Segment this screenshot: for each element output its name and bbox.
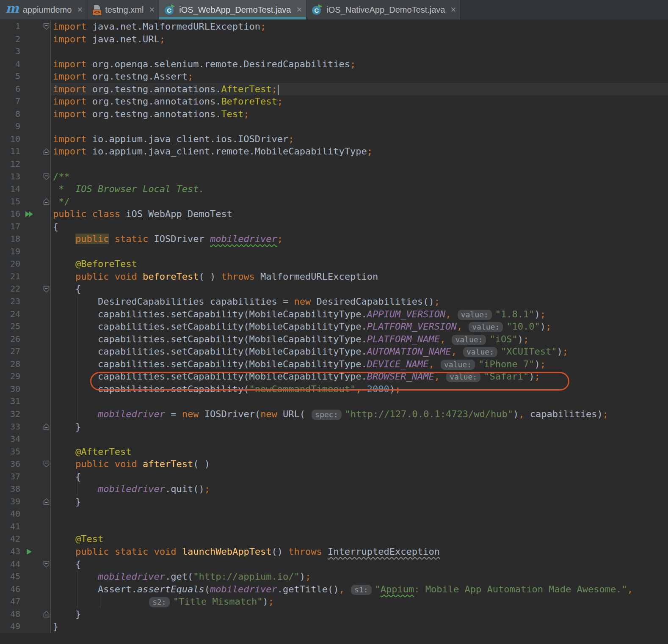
code-text[interactable]: public class iOS_WebApp_DemoTest (51, 208, 668, 220)
code-text[interactable]: { (51, 220, 668, 233)
code-text[interactable]: } (51, 495, 668, 508)
code-text[interactable]: capabilities.setCapability(MobileCapabil… (51, 308, 668, 321)
code-text[interactable]: import org.testng.Assert; (51, 70, 668, 83)
code-text[interactable] (51, 158, 668, 171)
code-text[interactable] (51, 395, 668, 408)
code-text[interactable] (51, 245, 668, 258)
fold-marker[interactable] (38, 558, 50, 571)
code-text[interactable]: import org.testng.annotations.AfterTest; (51, 83, 668, 96)
token (53, 484, 98, 494)
code-text[interactable] (51, 120, 668, 133)
code-text[interactable]: import org.testng.annotations.Test; (51, 108, 668, 121)
tab-close-icon[interactable]: × (149, 5, 155, 14)
tab-testng-xml[interactable]: <>testng.xml× (87, 0, 159, 19)
code-text[interactable]: capabilities.setCapability(MobileCapabil… (51, 358, 668, 371)
code-text[interactable]: import io.appium.java_client.remote.Mobi… (51, 145, 668, 158)
run-class-button[interactable] (20, 208, 38, 220)
code-text[interactable]: s2:"Title Mismatch"); (51, 595, 668, 608)
token (137, 459, 143, 469)
tab-ios-webapp-demotest-java[interactable]: CiOS_WebApp_DemoTest.java× (159, 0, 306, 19)
token: IOSDriver (148, 234, 210, 244)
token: URL( (277, 409, 311, 419)
token: "http://appium.io/" (193, 571, 300, 582)
code-text[interactable]: * IOS Browser Local Test. (51, 183, 668, 195)
gutter: 10 (0, 133, 51, 146)
token: , (445, 309, 451, 319)
tab-appiumdemo[interactable]: mappiumdemo× (0, 0, 87, 19)
token: "iPhone 7" (478, 359, 534, 369)
code-text[interactable]: public static void launchWebAppTest() th… (51, 545, 668, 558)
run-gutter-cell (20, 533, 38, 545)
code-text[interactable]: } (51, 608, 668, 621)
code-text[interactable]: mobiledriver.get("http://appium.io/"); (51, 570, 668, 583)
fold-marker[interactable] (38, 145, 50, 158)
token: , (434, 371, 440, 382)
code-text[interactable]: import io.appium.java_client.ios.IOSDriv… (51, 133, 668, 146)
code-text[interactable]: public void beforeTest( ) throws Malform… (51, 270, 668, 283)
code-text[interactable]: import java.net.URL; (51, 33, 668, 46)
fold-marker[interactable] (38, 171, 50, 183)
code-text[interactable]: Assert.assertEquals(mobiledriver.getTitl… (51, 583, 668, 596)
code-line-6: 6import org.testng.annotations.AfterTest… (0, 83, 668, 96)
token: " (375, 584, 381, 594)
token: import (53, 59, 86, 69)
code-text[interactable]: capabilities.setCapability(MobileCapabil… (51, 320, 668, 333)
code-editor[interactable]: 1import java.net.MalformedURLException;2… (0, 19, 668, 644)
code-text[interactable]: import java.net.MalformedURLException; (51, 20, 668, 33)
code-text[interactable]: mobiledriver.quit(); (51, 483, 668, 495)
code-text[interactable]: capabilities.setCapability(MobileCapabil… (51, 370, 668, 383)
token (445, 334, 451, 344)
tab-close-icon[interactable]: × (450, 5, 456, 14)
line-number: 19 (0, 245, 20, 258)
code-text[interactable]: capabilities.setCapability(MobileCapabil… (51, 345, 668, 358)
run-test-button[interactable] (20, 545, 38, 558)
line-number: 37 (0, 471, 20, 483)
code-text[interactable]: public void afterTest( ) (51, 458, 668, 471)
code-line-18: 18 public static IOSDriver mobiledriver; (0, 233, 668, 245)
fold-gutter-cell (38, 370, 50, 383)
fold-marker[interactable] (38, 283, 50, 295)
code-text[interactable]: capabilities.setCapability(MobileCapabil… (51, 333, 668, 346)
code-text[interactable]: { (51, 558, 668, 571)
code-text[interactable]: public static IOSDriver mobiledriver; (51, 233, 668, 245)
token: @BeforeTest (75, 259, 137, 269)
code-text[interactable]: { (51, 471, 668, 483)
code-text[interactable]: mobiledriver = new IOSDriver(new URL( sp… (51, 408, 668, 421)
tab-close-icon[interactable]: × (296, 5, 302, 14)
fold-marker[interactable] (38, 458, 50, 471)
fold-marker[interactable] (38, 421, 50, 433)
code-text[interactable]: { (51, 283, 668, 295)
fold-marker[interactable] (38, 608, 50, 621)
code-text[interactable]: /** (51, 171, 668, 183)
code-text[interactable] (51, 45, 668, 58)
token: import (53, 96, 86, 107)
token (53, 596, 148, 607)
code-text[interactable] (51, 433, 668, 446)
fold-marker[interactable] (38, 495, 50, 508)
code-text[interactable]: import org.openqa.selenium.remote.Desire… (51, 58, 668, 71)
token: ; (268, 596, 274, 607)
gutter: 37 (0, 471, 51, 483)
line-number: 29 (0, 370, 20, 383)
tab-ios-nativeapp-demotest-java[interactable]: CiOS_NativeApp_DemoTest.java× (306, 0, 461, 19)
line-number: 22 (0, 283, 20, 295)
code-text[interactable]: */ (51, 195, 668, 208)
token: import (53, 34, 86, 44)
fold-marker[interactable] (38, 195, 50, 208)
code-text[interactable] (51, 508, 668, 520)
tab-close-icon[interactable]: × (77, 5, 83, 14)
code-line-25: 25 capabilities.setCapability(MobileCapa… (0, 320, 668, 333)
code-text[interactable]: @Test (51, 533, 668, 545)
token: ; (534, 371, 540, 382)
code-text[interactable]: capabilities.setCapability("newCommandTi… (51, 383, 668, 396)
code-text[interactable]: } (51, 421, 668, 433)
code-text[interactable]: DesiredCapabilities capabilities = new D… (51, 295, 668, 308)
code-line-5: 5import org.testng.Assert; (0, 70, 668, 83)
code-text[interactable]: } (51, 620, 668, 633)
code-text[interactable]: @BeforeTest (51, 258, 668, 270)
fold-marker[interactable] (38, 20, 50, 33)
code-text[interactable] (51, 520, 668, 533)
code-text[interactable]: import org.testng.annotations.BeforeTest… (51, 95, 668, 108)
code-text[interactable]: @AfterTest (51, 446, 668, 458)
code-line-42: 42 @Test (0, 533, 668, 545)
